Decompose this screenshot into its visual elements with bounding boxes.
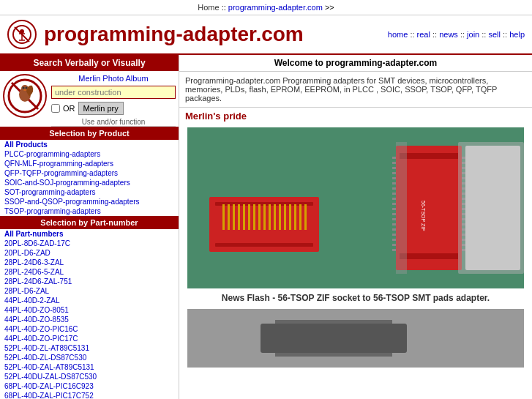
part-item[interactable]: 28PL-24D6-5-ZAL: [0, 267, 179, 277]
merlin-mascot: [3, 74, 47, 118]
part-item[interactable]: 52PL-40DU-ZAL-DS87C530: [0, 372, 179, 381]
second-image-area: [179, 306, 532, 372]
svg-rect-81: [261, 324, 407, 353]
part-item[interactable]: 52PL-40D-ZL-DS87C530: [0, 353, 179, 362]
products-section-header: Selection by Product: [0, 127, 179, 140]
svg-rect-16: [215, 243, 313, 247]
svg-rect-47: [392, 208, 396, 210]
nav-help[interactable]: help: [509, 30, 525, 39]
home-link[interactable]: Home: [198, 3, 219, 12]
product-item[interactable]: QFP-TQFP-programming-adapters: [0, 168, 179, 178]
svg-rect-21: [243, 204, 245, 230]
svg-rect-41: [392, 177, 396, 179]
part-item[interactable]: 68PL-40D-ZAL-PIC16C923: [0, 381, 179, 391]
svg-rect-17: [222, 204, 225, 230]
nav-join[interactable]: join: [467, 30, 479, 39]
part-item[interactable]: 44PL-40D-ZO-8051: [0, 305, 179, 315]
part-item[interactable]: 52PL-40D-ZL-AT89C5131: [0, 343, 179, 353]
svg-rect-53: [392, 239, 396, 241]
part-item[interactable]: 68PL-40D-ZAL-PIC17C752: [0, 391, 179, 399]
welcome-content: Programming-adapter.com Programming adap…: [179, 72, 532, 108]
svg-rect-24: [258, 204, 261, 230]
product-item[interactable]: SOIC-and-SOJ-programming-adapters: [0, 178, 179, 187]
page-header: programming-adapter.com home :: real :: …: [0, 15, 532, 55]
svg-text:56-TSOP ZIF: 56-TSOP ZIF: [421, 201, 426, 231]
product-item[interactable]: SSOP-and-QSOP-programming-adapters: [0, 197, 179, 206]
svg-rect-44: [392, 193, 396, 195]
nav-sell[interactable]: sell: [488, 30, 501, 39]
right-panel: Welcome to programming-adapter.com Progr…: [179, 55, 532, 399]
svg-point-10: [23, 87, 25, 89]
svg-rect-46: [392, 203, 396, 205]
part-item[interactable]: 28PL-D6-ZAL: [0, 286, 179, 296]
nav-real[interactable]: real: [417, 30, 430, 39]
product-image-area: 56-TSOP ZIF News Flash - 56-TSOP ZIF soc…: [179, 124, 532, 306]
svg-rect-49: [392, 218, 396, 220]
svg-rect-20: [238, 204, 240, 230]
svg-rect-30: [289, 204, 291, 230]
svg-rect-18: [228, 204, 230, 230]
top-navigation: Home :: programming-adapter.com >>: [0, 0, 532, 15]
part-item[interactable]: 52PL-40D-ZAL-AT89C5131: [0, 362, 179, 372]
product-item[interactable]: PLCC-programming-adapters: [0, 149, 179, 159]
svg-rect-50: [392, 223, 396, 225]
svg-rect-76: [465, 146, 520, 270]
svg-rect-43: [392, 187, 396, 190]
svg-rect-54: [392, 244, 396, 246]
product-image-svg: 56-TSOP ZIF: [187, 127, 524, 288]
merlins-pride-title: Merlin's pride: [179, 108, 532, 124]
search-checkbox[interactable]: [51, 104, 60, 113]
part-item[interactable]: 44PL-40D-2-ZAL: [0, 296, 179, 305]
part-item[interactable]: 44PL-40D-ZO-8535: [0, 315, 179, 324]
svg-rect-77: [396, 142, 407, 274]
svg-rect-28: [279, 204, 281, 230]
svg-rect-31: [294, 204, 296, 230]
second-product-svg: [187, 309, 524, 368]
search-box: Merlin Photo Album OR Merlin pry Use and…: [51, 74, 176, 127]
svg-rect-45: [392, 198, 396, 200]
photo-album-link[interactable]: Merlin Photo Album: [51, 74, 176, 83]
site-link[interactable]: programming-adapter.com: [228, 3, 323, 12]
nav-sep1: ::: [222, 3, 228, 12]
svg-rect-52: [392, 234, 396, 236]
part-item[interactable]: 44PL-40D-ZO-PIC17C: [0, 334, 179, 343]
nav-home[interactable]: home: [388, 30, 408, 39]
left-panel: Search Verbally or Visually: [0, 55, 179, 399]
parts-section-header: Selection by Part-number: [0, 216, 179, 229]
product-item[interactable]: QFN-MLF-programming-adapters: [0, 159, 179, 168]
site-title: programming-adapter.com: [44, 23, 388, 46]
svg-rect-83: [275, 353, 392, 357]
welcome-header: Welcome to programming-adapter.com: [179, 55, 532, 72]
svg-rect-82: [275, 320, 392, 324]
svg-rect-25: [263, 204, 266, 230]
svg-rect-22: [248, 204, 250, 230]
product-item[interactable]: TSOP-programming-adapters: [0, 206, 179, 216]
nav-news[interactable]: news: [439, 30, 458, 39]
main-layout: Search Verbally or Visually: [0, 55, 532, 399]
search-input[interactable]: [51, 86, 176, 99]
svg-rect-27: [274, 204, 276, 230]
svg-rect-55: [392, 249, 396, 251]
svg-rect-23: [253, 204, 255, 230]
part-item[interactable]: 20PL-8D6-ZAD-17C: [0, 239, 179, 248]
svg-rect-48: [392, 213, 396, 215]
part-list: All Part-numbers 20PL-8D6-ZAD-17C 20PL-D…: [0, 229, 179, 399]
product-list: All Products PLCC-programming-adapters Q…: [0, 140, 179, 216]
svg-rect-36: [400, 253, 458, 259]
part-item[interactable]: 44PL-40D-ZO-PIC16C: [0, 324, 179, 334]
search-area: Merlin Photo Album OR Merlin pry Use and…: [0, 71, 179, 127]
part-item[interactable]: 28PL-24D6-3-ZAL: [0, 258, 179, 267]
svg-point-11: [26, 87, 28, 89]
svg-rect-19: [233, 204, 235, 230]
product-item[interactable]: SOT-programming-adapters: [0, 187, 179, 197]
part-item[interactable]: 20PL-D6-ZAD: [0, 248, 179, 258]
all-parts-link[interactable]: All Part-numbers: [0, 229, 179, 239]
svg-rect-29: [284, 204, 286, 230]
search-row: OR Merlin pry: [51, 102, 176, 115]
all-products-link[interactable]: All Products: [0, 140, 179, 149]
merlin-pry-button[interactable]: Merlin pry: [78, 102, 124, 115]
nav-sep2: >>: [325, 3, 334, 12]
svg-rect-39: [392, 167, 396, 169]
part-item[interactable]: 28PL-24D6-ZAL-751: [0, 277, 179, 286]
svg-rect-37: [392, 157, 396, 159]
